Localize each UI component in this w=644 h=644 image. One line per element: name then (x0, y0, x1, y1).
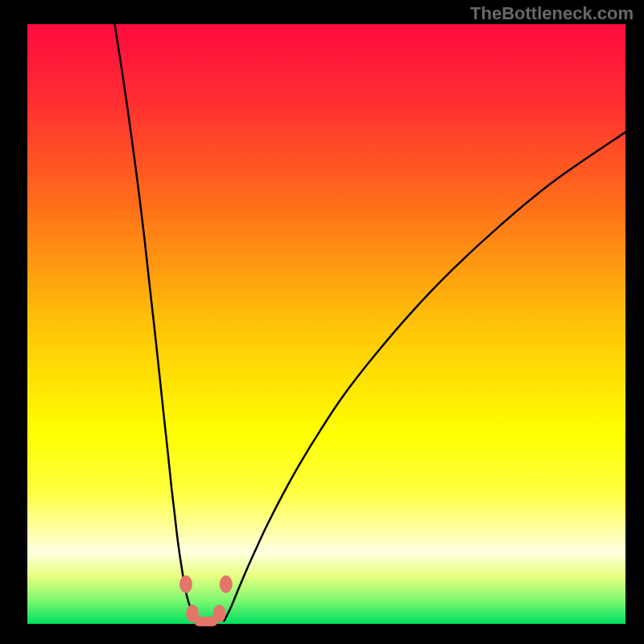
marker-3 (213, 605, 226, 622)
marker-0 (180, 576, 192, 593)
marker-1 (220, 576, 233, 593)
chart-frame: TheBottleneck.com (0, 0, 644, 644)
gradient-background (27, 24, 625, 624)
chart-svg (0, 0, 644, 644)
marker-2 (186, 605, 199, 622)
watermark-text: TheBottleneck.com (470, 3, 634, 24)
